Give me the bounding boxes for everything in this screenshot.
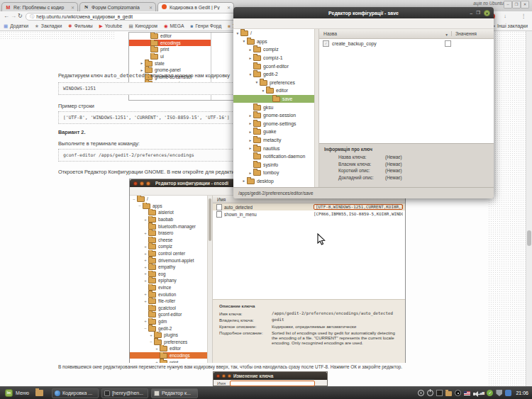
- maximize-button[interactable]: ❐: [476, 10, 480, 16]
- window-icon: [154, 390, 160, 396]
- task-terminal[interactable]: [henry@hen...: [101, 388, 148, 398]
- show-desktop-icon[interactable]: [35, 390, 43, 396]
- expander-icon[interactable]: ▸: [248, 121, 253, 125]
- tree-row[interactable]: gksu: [233, 103, 318, 111]
- expander-icon[interactable]: ▸: [248, 56, 253, 60]
- expander-icon[interactable]: ▾: [254, 80, 260, 84]
- tree-row[interactable]: ▾ apps: [233, 38, 318, 46]
- expander-icon[interactable]: ▸: [248, 146, 253, 150]
- task-browser[interactable]: Кодировка ...: [52, 388, 99, 398]
- tab-close-icon[interactable]: ✕: [71, 5, 74, 10]
- titlebar[interactable]: Редактор конфігурації - save – ❐ ✕: [233, 7, 494, 18]
- tab-close-icon[interactable]: ✕: [227, 5, 231, 10]
- messenger-icon[interactable]: [505, 390, 511, 396]
- bookmark-icon: ▦: [4, 23, 8, 29]
- tab-2[interactable]: N Форум Compizomania ✕: [79, 2, 156, 11]
- tree-row[interactable]: ▾ preferences: [233, 79, 318, 87]
- network-icon[interactable]: ▂▄▆: [478, 390, 484, 396]
- tree-row[interactable]: sysinfo: [233, 161, 318, 169]
- tree-row: + epiphany: [130, 277, 212, 284]
- record-icon[interactable]: [455, 390, 461, 396]
- page-scrollbar[interactable]: [526, 31, 532, 386]
- expander-icon[interactable]: ▸: [248, 47, 253, 52]
- maximize-button[interactable]: ❐: [512, 1, 521, 9]
- key-list-area: [319, 47, 494, 143]
- tab-close-icon[interactable]: ✕: [149, 5, 153, 10]
- tree-row[interactable]: ▸ nautilus: [233, 144, 318, 152]
- folder-icon: [150, 54, 158, 60]
- scrollbar-thumb[interactable]: [527, 230, 531, 246]
- task-gconf-editor[interactable]: Редактор к...: [151, 388, 198, 398]
- tree-row: gconf-editor: [130, 311, 212, 318]
- bookmark-item[interactable]: ▤ Кинодром: [128, 23, 157, 29]
- other-bookmarks[interactable]: ▪ Інші закладки: [494, 23, 528, 28]
- shield-icon[interactable]: [496, 390, 502, 396]
- info-value: (Немає): [385, 168, 402, 173]
- folder-icon: [150, 47, 158, 52]
- tree-row: + eog: [130, 271, 212, 278]
- value-checkbox[interactable]: [445, 40, 451, 47]
- tree-row[interactable]: ▾ editor: [233, 86, 318, 95]
- browser-menu-icon[interactable]: ⋮: [521, 13, 527, 19]
- tree-scrollbar[interactable]: [314, 29, 318, 187]
- tree-row[interactable]: ▸ compiz-1: [233, 54, 318, 62]
- back-icon[interactable]: ←: [4, 13, 9, 19]
- close-button[interactable]: ✕: [521, 1, 529, 9]
- tree-row: print: [129, 46, 211, 53]
- expander-icon[interactable]: ▾: [260, 89, 266, 93]
- tree-row[interactable]: notification-daemon: [233, 152, 318, 161]
- keyboard-flag-us-icon[interactable]: [464, 391, 470, 395]
- bookmark-item[interactable]: ★ Закладки: [35, 23, 62, 29]
- tree-label: preferences: [270, 80, 295, 85]
- tree-row[interactable]: ▸ desktop: [233, 177, 318, 186]
- tree-row[interactable]: ▸ gnome-session: [233, 111, 318, 120]
- power-icon[interactable]: [427, 390, 433, 396]
- bookmark-item[interactable]: ■ Генри Форд: [191, 23, 222, 28]
- folder-icon[interactable]: [445, 391, 452, 396]
- bookmark-item[interactable]: ▶ Youtube: [99, 23, 123, 29]
- tab-1[interactable]: M Re: Проблемы с кодир ✕: [1, 2, 78, 11]
- clock-icon[interactable]: [418, 390, 424, 396]
- key-row[interactable]: ✓ create_backup_copy: [319, 39, 494, 47]
- reload-icon[interactable]: ↻: [18, 13, 23, 19]
- display-icon[interactable]: [436, 390, 443, 396]
- expander-icon[interactable]: ▸: [248, 113, 253, 118]
- tree-row[interactable]: ▸ tomboy: [233, 169, 318, 177]
- tree-row[interactable]: ▸ compiz: [233, 45, 318, 54]
- minimize-button[interactable]: –: [504, 1, 512, 9]
- tree-label: /: [250, 30, 252, 35]
- column-header[interactable]: Назва▾ Значення: [319, 29, 494, 39]
- expander-icon[interactable]: ▾: [241, 39, 247, 43]
- page-info-icon[interactable]: ⓘ: [30, 13, 34, 20]
- expander-icon[interactable]: ▸: [241, 179, 247, 183]
- folder-icon: [154, 339, 162, 345]
- menu-button[interactable]: lm Меню: [0, 387, 34, 399]
- volume-icon[interactable]: [473, 393, 475, 395]
- close-button[interactable]: ✕: [484, 10, 490, 16]
- bookmark-item[interactable]: ▦ Додатки: [4, 23, 28, 29]
- tab-3-active[interactable]: Кодировка в Gedit | Ру ✕: [157, 2, 234, 11]
- tree-row: ▸ state: [129, 60, 211, 67]
- forward-icon[interactable]: →: [11, 13, 16, 19]
- tree-label: evince: [158, 285, 171, 290]
- tree-row[interactable]: ▸ metacity: [233, 136, 318, 145]
- expander-icon[interactable]: ▾: [235, 31, 240, 35]
- tree-row[interactable]: ▸ gnome-settings: [233, 120, 318, 128]
- expander-icon[interactable]: ▾: [248, 72, 253, 77]
- tree-row[interactable]: ▾ gedit-2: [233, 70, 318, 79]
- tree-row[interactable]: ▸ guake: [233, 128, 318, 136]
- expander-icon[interactable]: ▸: [248, 171, 253, 175]
- tree-row[interactable]: ▾ /: [233, 29, 318, 38]
- expander-icon[interactable]: ▸: [248, 130, 253, 134]
- tree-row[interactable]: gconf-editor: [233, 62, 318, 70]
- tree-label: guake: [263, 129, 277, 134]
- tree-label: metacity: [263, 137, 281, 142]
- bookmark-item[interactable]: ✱ Фильмы: [68, 23, 92, 29]
- folder-icon: [160, 353, 167, 359]
- minimize-button[interactable]: –: [470, 11, 473, 16]
- tree-row[interactable]: save: [233, 95, 318, 103]
- download-icon[interactable]: ↓: [504, 13, 506, 19]
- bookmark-item[interactable]: ◉ MEGA: [164, 23, 184, 29]
- updates-ok-icon[interactable]: ✓: [487, 390, 493, 396]
- expander-icon[interactable]: ▸: [248, 138, 253, 142]
